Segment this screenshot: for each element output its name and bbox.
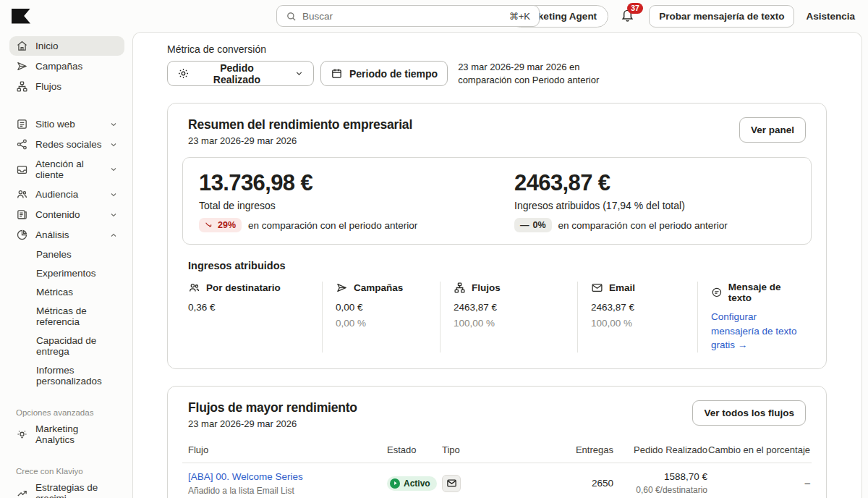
sidebar-item-atencion-cliente[interactable]: Atención al cliente: [9, 155, 124, 184]
col-header-flujo: Flujo: [188, 444, 387, 455]
time-period-button[interactable]: Periodo de tiempo: [320, 61, 448, 86]
sidebar-section-grow: Crece con Klaviyo: [9, 463, 124, 478]
chevron-down-icon: [109, 120, 118, 129]
notifications-button[interactable]: 37: [620, 7, 637, 25]
flow-link[interactable]: [ABA] 00. Welcome Series: [188, 471, 387, 482]
attribution-col-recipient: Por destinatario 0,36 €: [188, 282, 322, 353]
sidebar-item-experimentos[interactable]: Experimentos: [9, 264, 124, 282]
topbar: Buscar ⌘+K Marketing Agent 37 Probar men…: [0, 0, 868, 32]
total-revenue-change-badge: 29%: [199, 218, 242, 232]
help-link[interactable]: Asistencia: [806, 11, 855, 22]
sidebar-item-marketing-analytics[interactable]: Marketing Analytics: [9, 420, 124, 449]
sidebar-item-flujos[interactable]: Flujos: [9, 77, 124, 96]
sidebar-item-inicio[interactable]: Inicio: [9, 36, 124, 56]
flows-table: Flujo Estado Tipo Entregas Pedido Realiz…: [182, 434, 812, 498]
deliveries-value: 2650: [537, 478, 613, 489]
attributed-revenue-value: 2463,87 €: [514, 170, 728, 196]
sidebar-item-label: Audiencia: [35, 189, 78, 200]
summary-card-dates: 23 mar 2026-29 mar 2026: [188, 135, 412, 146]
calendar-icon: [331, 67, 343, 80]
sidebar-item-sitio-web[interactable]: Sitio web: [9, 114, 124, 134]
sms-icon: [711, 287, 723, 299]
flow-icon: [454, 282, 466, 294]
sidebar-item-audiencia[interactable]: Audiencia: [9, 185, 124, 204]
search-shortcut: ⌘+K: [509, 11, 530, 22]
notification-count-badge: 37: [627, 3, 643, 14]
time-period-label: Periodo de tiempo: [349, 68, 438, 80]
sidebar-item-metricas-referencia[interactable]: Métricas de referencia: [9, 302, 124, 331]
sidebar-item-paneles[interactable]: Paneles: [9, 245, 124, 263]
search-input[interactable]: Buscar ⌘+K: [276, 5, 540, 27]
attribution-value: 0,00 €: [336, 302, 430, 313]
inbox-icon: [16, 164, 28, 176]
col-header-estado: Estado: [387, 444, 442, 455]
sidebar-item-analisis[interactable]: Análisis: [9, 225, 124, 245]
trend-down-icon: [205, 221, 214, 230]
send-icon: [336, 282, 348, 294]
sidebar-item-label: Sitio web: [35, 119, 75, 130]
email-type-icon: [442, 475, 461, 492]
webpage-icon: [16, 118, 28, 130]
send-icon: [16, 60, 28, 72]
view-all-flows-button[interactable]: Ver todos los flujos: [692, 400, 806, 426]
main-panel: Métrica de conversión Pedido Realizado P…: [132, 32, 862, 498]
total-revenue-label: Total de ingresos: [199, 200, 514, 211]
idea-icon: [16, 429, 28, 441]
sidebar-item-label: Inicio: [35, 41, 59, 51]
people-icon: [16, 188, 28, 201]
attribution-value: 2463,87 €: [454, 302, 567, 313]
conversion-metric-select[interactable]: Pedido Realizado: [167, 61, 314, 86]
chevron-down-icon: [109, 211, 118, 219]
sidebar: Inicio Campañas Flujos Sitio web: [0, 32, 132, 498]
sidebar-item-contenido[interactable]: Contenido: [9, 205, 124, 224]
sidebar-item-metricas[interactable]: Métricas: [9, 283, 124, 301]
attributed-revenue-change-note: en comparación con el periodo anterior: [558, 220, 728, 231]
sidebar-item-informes[interactable]: Informes personalizados: [9, 361, 124, 390]
summary-card-title: Resumen del rendimiento empresarial: [188, 117, 412, 132]
sidebar-item-label: Redes sociales: [35, 139, 102, 150]
attribution-columns: Por destinatario 0,36 € Campañas 0,00 € …: [182, 282, 812, 353]
home-icon: [16, 40, 28, 52]
total-revenue-value: 13.736,98 €: [199, 170, 514, 196]
attribution-col-flows: Flujos 2463,87 € 100,00 %: [440, 282, 577, 353]
total-revenue-change-note: en comparación con el periodo anterior: [248, 220, 417, 231]
sidebar-item-label: Estrategias de crecimi...: [35, 482, 118, 498]
sidebar-item-campanas[interactable]: Campañas: [9, 56, 124, 76]
email-icon: [591, 282, 603, 294]
col-header-cambio: Cambio en el porcentaje: [707, 444, 810, 455]
klaviyo-logo[interactable]: [12, 9, 30, 24]
sidebar-section-advanced: Opciones avanzadas: [9, 404, 124, 420]
compare-note: 23 mar 2026-29 mar 2026 en comparación c…: [458, 61, 617, 86]
attribution-percent: 0,00 %: [336, 318, 430, 329]
chevron-up-icon: [109, 231, 118, 240]
search-placeholder: Buscar: [302, 11, 333, 22]
attributed-revenue-label: Ingresos atribuidos (17,94 % del total): [514, 200, 728, 211]
flow-icon: [16, 80, 28, 93]
configure-sms-link[interactable]: Configurar mensajería de texto gratis →: [711, 310, 801, 353]
sidebar-item-redes-sociales[interactable]: Redes sociales: [9, 135, 124, 154]
chevron-down-icon: [109, 190, 118, 199]
trend-up-icon: [16, 487, 28, 498]
sidebar-item-capacidad-entrega[interactable]: Capacidad de entrega: [9, 332, 124, 360]
change-value: –: [707, 478, 810, 489]
col-header-entregas: Entregas: [537, 444, 613, 455]
gear-icon: [177, 67, 190, 80]
sidebar-item-label: Atención al cliente: [35, 159, 102, 180]
col-header-pedido: Pedido Realizado: [613, 444, 707, 455]
sidebar-item-label: Flujos: [35, 81, 61, 92]
flows-card-dates: 23 mar 2026-29 mar 2026: [188, 418, 357, 429]
view-dashboard-button[interactable]: Ver panel: [739, 117, 806, 143]
attribution-percent: 100,00 %: [591, 318, 687, 329]
revenue-value: 1588,70 €: [613, 471, 707, 482]
content-icon: [16, 208, 28, 221]
revenue-per-recipient: 0,60 €/destinatario: [613, 485, 707, 495]
sidebar-item-label: Análisis: [35, 229, 69, 240]
attribution-value: 2463,87 €: [591, 302, 687, 313]
attribution-value: 0,36 €: [188, 302, 312, 313]
col-header-tipo: Tipo: [442, 444, 537, 455]
pie-chart-icon: [16, 229, 28, 241]
try-sms-button[interactable]: Probar mensajería de texto: [649, 5, 794, 28]
people-icon: [188, 282, 200, 294]
sidebar-item-estrategias[interactable]: Estrategias de crecimi...: [9, 478, 124, 498]
table-row: [ABA] 00. Welcome Series Añadido a la li…: [182, 463, 812, 498]
